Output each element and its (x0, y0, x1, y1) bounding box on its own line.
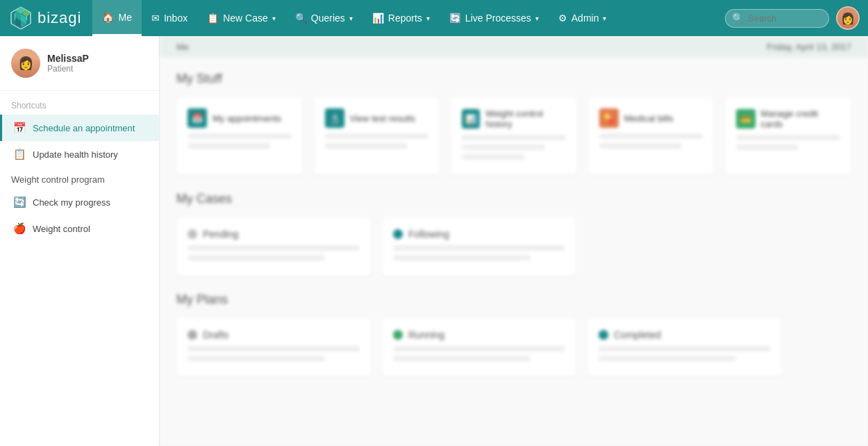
new-case-caret: ▾ (272, 15, 276, 22)
sidebar-item-schedule[interactable]: 📅 Schedule an appointment (0, 115, 159, 141)
draft-dot (187, 330, 197, 340)
nav-item-live-processes[interactable]: 🔄 Live Processes ▾ (440, 0, 549, 36)
search-wrapper: 🔍 (725, 9, 829, 28)
my-plans-title: My Plans (176, 292, 851, 307)
shortcuts-label: Shortcuts (0, 91, 159, 115)
top-navigation: bizagi 🏠 Me ✉ Inbox 📋 New Case ▾ 🔍 Queri… (0, 0, 868, 36)
sidebar-item-update-health[interactable]: 📋 Update health history (0, 141, 159, 167)
avatar-image: 👩 (837, 8, 858, 28)
plan-drafts: Drafts (176, 318, 371, 377)
new-case-icon: 📋 (207, 13, 219, 24)
avatar-face: 👩 (11, 49, 40, 78)
plan-running: Running (382, 318, 576, 377)
plan-completed: Completed (587, 318, 782, 377)
schedule-icon: 📅 (13, 122, 26, 134)
sidebar-item-weight-control[interactable]: 🍎 Weight control (0, 215, 159, 242)
card-credit-card: 💳 Manage credit cards (725, 97, 851, 175)
nav-item-queries[interactable]: 🔍 Queries ▾ (285, 0, 362, 36)
user-name: MelissaP (47, 53, 89, 64)
admin-icon: ⚙ (558, 13, 567, 24)
queries-icon: 🔍 (295, 13, 307, 24)
weight-history-icon: 📊 (462, 109, 480, 129)
live-processes-caret: ▾ (535, 15, 539, 22)
weight-control-icon: 🍎 (13, 222, 26, 235)
case-pending: Pending (176, 217, 371, 276)
user-avatar-nav[interactable]: 👩 (836, 6, 860, 30)
user-role: Patient (47, 64, 89, 74)
cases-cards: Pending Following (176, 217, 851, 276)
user-info: 👩 MelissaP Patient (0, 36, 159, 91)
card-medical-bills: 💊 Medical bills (588, 97, 715, 175)
test-results-icon: 🔬 (325, 108, 344, 128)
plans-cards: Drafts Running (176, 318, 851, 377)
reports-icon: 📊 (372, 13, 384, 24)
home-icon: 🏠 (102, 12, 114, 23)
search-input[interactable] (725, 9, 829, 28)
appointments-icon: 📅 (187, 108, 207, 128)
content-header: Me Friday, April 13, 2017 (160, 36, 868, 58)
nav-right: 🔍 👩 (725, 6, 860, 30)
nav-item-admin[interactable]: ⚙ Admin ▾ (549, 0, 617, 36)
logo[interactable]: bizagi (8, 6, 81, 31)
content-area: Me Friday, April 13, 2017 My Stuff 📅 My … (160, 36, 868, 446)
completed-dot (599, 330, 608, 340)
credit-card-icon: 💳 (736, 109, 755, 129)
nav-items: 🏠 Me ✉ Inbox 📋 New Case ▾ 🔍 Queries ▾ 📊 … (92, 0, 725, 36)
nav-item-new-case[interactable]: 📋 New Case ▾ (197, 0, 285, 36)
nav-item-reports[interactable]: 📊 Reports ▾ (362, 0, 440, 36)
queries-caret: ▾ (349, 15, 353, 22)
stuff-cards: 📅 My appointments 🔬 View test results (176, 97, 851, 175)
case-following: Following (382, 217, 576, 276)
sidebar-item-check-progress[interactable]: 🔄 Check my progress (0, 189, 159, 215)
reports-caret: ▾ (426, 15, 430, 22)
date-display: Friday, April 13, 2017 (767, 42, 851, 52)
content-body: My Stuff 📅 My appointments 🔬 View t (160, 58, 868, 407)
live-processes-icon: 🔄 (449, 13, 461, 24)
my-stuff-title: My Stuff (176, 72, 851, 86)
weight-control-program-label: Weight control program (0, 167, 159, 189)
sidebar: 👩 MelissaP Patient Shortcuts 📅 Schedule … (0, 36, 160, 446)
logo-text: bizagi (37, 9, 81, 27)
running-dot (393, 330, 403, 340)
user-avatar: 👩 (11, 49, 40, 78)
following-dot (393, 229, 403, 239)
update-health-icon: 📋 (13, 148, 26, 160)
my-cases-title: My Cases (176, 192, 851, 206)
inbox-icon: ✉ (151, 13, 160, 24)
main-area: 👩 MelissaP Patient Shortcuts 📅 Schedule … (0, 36, 868, 446)
check-progress-icon: 🔄 (13, 196, 26, 208)
pending-dot (187, 229, 197, 239)
nav-item-me[interactable]: 🏠 Me (92, 0, 141, 36)
medical-bills-icon: 💊 (599, 108, 619, 128)
user-details: MelissaP Patient (47, 53, 89, 74)
breadcrumb: Me (176, 42, 189, 52)
nav-item-inbox[interactable]: ✉ Inbox (142, 0, 197, 36)
card-weight-history: 📊 Weight control history (451, 97, 577, 175)
card-test-results: 🔬 View test results (314, 97, 440, 175)
admin-caret: ▾ (603, 15, 606, 22)
card-appointments: 📅 My appointments (176, 97, 303, 175)
